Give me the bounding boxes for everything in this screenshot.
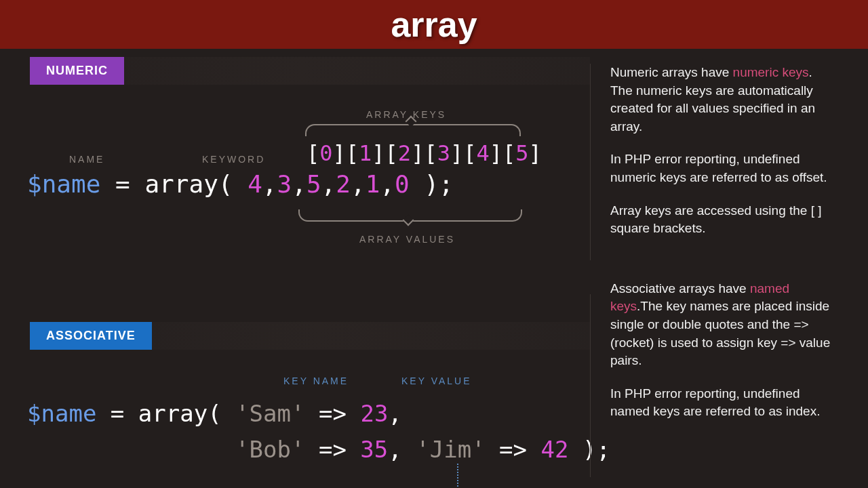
assoc-keyword: array( [138,400,222,427]
val-2: 5 [307,170,321,198]
label-array-keys: ARRAY KEYS [366,109,446,120]
divider-1 [590,64,591,260]
key-4: 4 [476,140,489,166]
assoc-v2: 42 [541,436,569,463]
assoc-k1: 'Bob' [235,436,304,463]
assoc-desc-2: In PHP error reporting, undefined named … [610,385,834,421]
code-var: $name [27,170,100,198]
arrow-0: => [319,400,347,427]
assoc-desc-1b: .The key names are placed inside single … [610,299,830,367]
divider-2 [590,294,591,477]
arrow-2: => [499,436,527,463]
code-keyword: array( [144,170,233,198]
label-array-values: ARRAY VALUES [359,234,455,245]
associative-tab: ASSOCIATIVE [30,322,152,350]
side-column: Numeric arrays have numeric keys. The nu… [590,57,848,488]
label-name: NAME [69,154,104,165]
associative-tab-row: ASSOCIATIVE [14,322,590,350]
numeric-desc-1: Numeric arrays have numeric keys. The nu… [610,64,834,136]
assoc-v0: 23 [360,400,388,427]
code-close: ); [424,170,453,198]
assoc-v1: 35 [360,436,388,463]
assoc-var: $name [27,400,96,427]
val-1: 3 [277,170,292,198]
label-key-name: KEY NAME [283,375,349,386]
numeric-desc-2: In PHP error reporting, undefined numeri… [610,150,834,186]
val-3: 2 [336,170,351,198]
numeric-code-line: $name = array( 4,3,5,2,1,0 ); [27,170,454,198]
assoc-desc-1a: Associative arrays have [610,281,750,296]
rocket-pointer-line [457,464,458,488]
arrow-1: => [319,436,347,463]
key-1: 1 [359,140,372,166]
assoc-k0: 'Sam' [235,400,304,427]
associative-strip [138,322,590,350]
numeric-strip [111,57,590,85]
label-keyword: KEYWORD [202,154,265,165]
numeric-tab-row: NUMERIC [14,57,590,85]
main-column: NUMERIC NAME KEYWORD ARRAY KEYS ARRAY VA… [0,57,590,488]
val-4: 1 [366,170,380,198]
num-desc-1hl: numeric keys [733,65,809,79]
assoc-desc-1: Associative arrays have named keys.The k… [610,280,834,370]
numeric-keys-line: [0][1][2][3][4][5] [307,140,542,166]
val-0: 4 [248,170,262,198]
brace-top [305,124,521,136]
numeric-code-area: NAME KEYWORD ARRAY KEYS ARRAY VALUES [0]… [27,98,590,302]
page-title: array [391,4,477,45]
key-3: 3 [437,140,450,166]
associative-code-area: KEY NAME KEY VALUE ROCKET $name = array(… [27,363,590,488]
assoc-k2: 'Jim' [416,436,485,463]
label-key-value: KEY VALUE [401,375,472,386]
assoc-assign: = [111,400,124,427]
numeric-tab: NUMERIC [30,57,124,85]
associative-code-lines: $name = array( 'Sam' => 23, $name = arra… [27,396,610,467]
num-desc-1a: Numeric arrays have [610,65,733,79]
code-assign: = [115,170,130,198]
key-5: 5 [515,140,528,166]
key-2: 2 [398,140,411,166]
val-5: 0 [395,170,410,198]
key-0: 0 [319,140,332,166]
page-header: array [0,0,868,49]
numeric-desc-3: Array keys are accessed using the [ ] sq… [610,202,834,238]
